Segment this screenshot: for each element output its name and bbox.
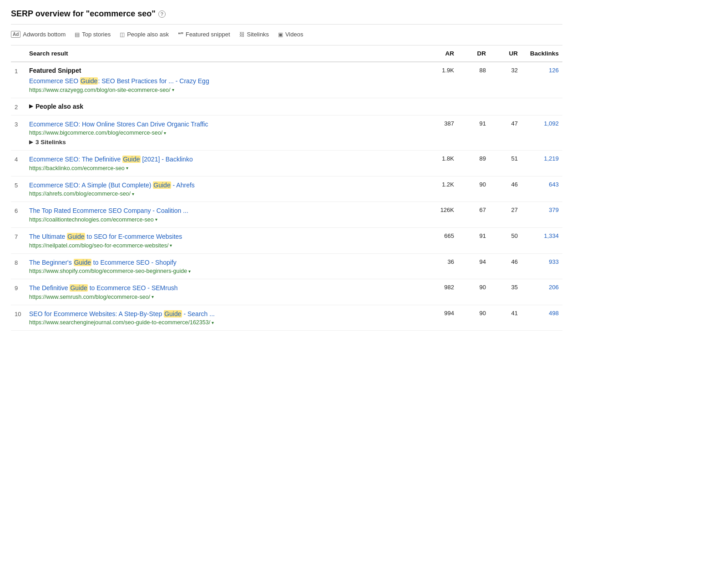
row-ar: 1.8K [426,151,458,176]
sitelinks-label[interactable]: ▶ 3 Sitelinks [29,139,422,146]
result-url[interactable]: https://backlinko.com/ecommerce-seo ▾ [29,165,422,171]
tab-featured-snippet[interactable]: ❝❞ Featured snippet [178,31,230,38]
tab-sitelinks[interactable]: ⛓ Sitelinks [239,31,269,38]
row-ar: 665 [426,227,458,253]
url-dropdown-icon[interactable]: ▾ [164,131,166,136]
row-num: 5 [11,176,25,202]
result-url[interactable]: https://www.semrush.com/blog/ecommerce-s… [29,294,422,300]
row-dr: 89 [458,151,490,176]
result-title-link[interactable]: The Ultimate Guide to SEO for E-commerce… [29,232,422,242]
url-dropdown-icon[interactable]: ▾ [188,269,191,274]
result-title-link[interactable]: SEO for Ecommerce Websites: A Step-By-St… [29,310,422,319]
result-url[interactable]: https://www.searchenginejournal.com/seo-… [29,319,422,326]
result-title-link[interactable]: Ecommerce SEO: How Online Stores Can Dri… [29,120,422,129]
table-row: 3Ecommerce SEO: How Online Stores Can Dr… [11,115,562,151]
tab-adwords-bottom[interactable]: Ad Adwords bottom [11,31,66,38]
featured-snippet-icon: ❝❞ [178,31,183,38]
top-divider [11,24,562,25]
url-dropdown-icon[interactable]: ▾ [132,191,134,196]
url-dropdown-icon[interactable]: ▾ [155,217,157,222]
row-num: 1 [11,62,25,98]
url-text: https://www.searchenginejournal.com/seo-… [29,319,210,326]
row-content: The Definitive Guide to Ecommerce SEO - … [25,279,426,305]
people-ask-label[interactable]: ▶ People also ask [29,103,422,110]
result-url[interactable]: https://neilpatel.com/blog/seo-for-ecomm… [29,242,422,249]
tab-videos[interactable]: ▣ Videos [278,31,303,38]
help-icon[interactable]: ? [158,10,166,18]
title-text: Ecommerce SEO: The Definitive [29,156,122,163]
url-dropdown-icon[interactable]: ▾ [170,243,172,248]
table-row: 7The Ultimate Guide to SEO for E-commerc… [11,227,562,253]
row-ur: 47 [490,115,521,151]
result-title-link[interactable]: The Top Rated Ecommerce SEO Company - Co… [29,206,422,216]
result-url[interactable]: https://ahrefs.com/blog/ecommerce-seo/ ▾ [29,191,422,197]
col-num [11,45,25,62]
highlight-text: Guide [74,259,91,266]
row-num: 7 [11,227,25,253]
title-text: The Beginner's [29,259,74,266]
row-num: 9 [11,279,25,305]
highlight-text: Guide [70,284,87,292]
tab-top-stories[interactable]: ▤ Top stories [75,31,111,38]
row-backlinks[interactable]: 126 [521,62,562,98]
row-ar: 1.9K [426,62,458,98]
serp-tabs: Ad Adwords bottom ▤ Top stories ◫ People… [11,31,562,38]
row-ar: 126K [426,202,458,228]
url-text: https://www.crazyegg.com/blog/on-site-ec… [29,87,171,93]
result-title-link[interactable]: Ecommerce SEO: A Simple (But Complete) G… [29,181,422,190]
url-text: https://www.shopify.com/blog/ecommerce-s… [29,268,187,274]
highlight-text: Guide [153,181,171,189]
col-ur: UR [490,45,521,62]
row-dr: 91 [458,227,490,253]
row-dr [458,98,490,115]
results-table: Search result AR DR UR Backlinks 1Featur… [11,45,562,331]
row-content: The Beginner's Guide to Ecommerce SEO - … [25,253,426,279]
row-backlinks[interactable]: 498 [521,305,562,331]
url-dropdown-icon[interactable]: ▾ [152,294,154,299]
title-text: to Ecommerce SEO - Shopify [91,259,177,266]
row-ur: 35 [490,279,521,305]
people-ask-icon: ◫ [120,31,125,38]
highlight-text: Guide [80,77,98,85]
top-stories-icon: ▤ [75,31,80,38]
tab-people-also-ask[interactable]: ◫ People also ask [120,31,169,38]
result-url[interactable]: https://www.crazyegg.com/blog/on-site-ec… [29,87,422,93]
url-dropdown-icon[interactable]: ▾ [212,320,214,325]
row-backlinks[interactable]: 1,334 [521,227,562,253]
row-content: ▶ People also ask [25,98,426,115]
title-text: The Definitive [29,284,70,292]
title-text: SEO for Ecommerce Websites: A Step-By-St… [29,310,164,317]
row-backlinks[interactable]: 643 [521,176,562,202]
url-dropdown-icon[interactable]: ▾ [126,166,128,171]
result-title-link[interactable]: Ecommerce SEO Guide: SEO Best Practices … [29,77,422,86]
row-backlinks[interactable]: 206 [521,279,562,305]
table-row: 5Ecommerce SEO: A Simple (But Complete) … [11,176,562,202]
row-backlinks[interactable]: 933 [521,253,562,279]
url-dropdown-icon[interactable]: ▾ [172,87,174,92]
row-ur [490,98,521,115]
col-backlinks: Backlinks [521,45,562,62]
result-url[interactable]: https://www.bigcommerce.com/blog/ecommer… [29,130,422,136]
result-url[interactable]: https://coalitiontechnologies.com/ecomme… [29,216,422,223]
row-dr: 94 [458,253,490,279]
result-title-link[interactable]: The Definitive Guide to Ecommerce SEO - … [29,284,422,293]
row-backlinks[interactable]: 1,219 [521,151,562,176]
title-text: - Ahrefs [171,181,195,189]
table-row: 2▶ People also ask [11,98,562,115]
row-backlinks[interactable]: 1,092 [521,115,562,151]
tab-videos-label: Videos [285,31,303,38]
url-text: https://neilpatel.com/blog/seo-for-ecomm… [29,242,168,249]
result-title-link[interactable]: Ecommerce SEO: The Definitive Guide [202… [29,155,422,164]
col-search-result: Search result [25,45,426,62]
row-ur: 50 [490,227,521,253]
tab-featured-snippet-label: Featured snippet [186,31,230,38]
title-text: to SEO for E-commerce Websites [85,233,182,240]
row-backlinks[interactable]: 379 [521,202,562,228]
title-text: The Ultimate [29,233,67,240]
result-title-link[interactable]: The Beginner's Guide to Ecommerce SEO - … [29,258,422,267]
title-text: Ecommerce SEO: A Simple (But Complete) [29,181,153,189]
row-dr: 67 [458,202,490,228]
result-url[interactable]: https://www.shopify.com/blog/ecommerce-s… [29,268,422,274]
row-num: 6 [11,202,25,228]
url-text: https://www.bigcommerce.com/blog/ecommer… [29,130,162,136]
